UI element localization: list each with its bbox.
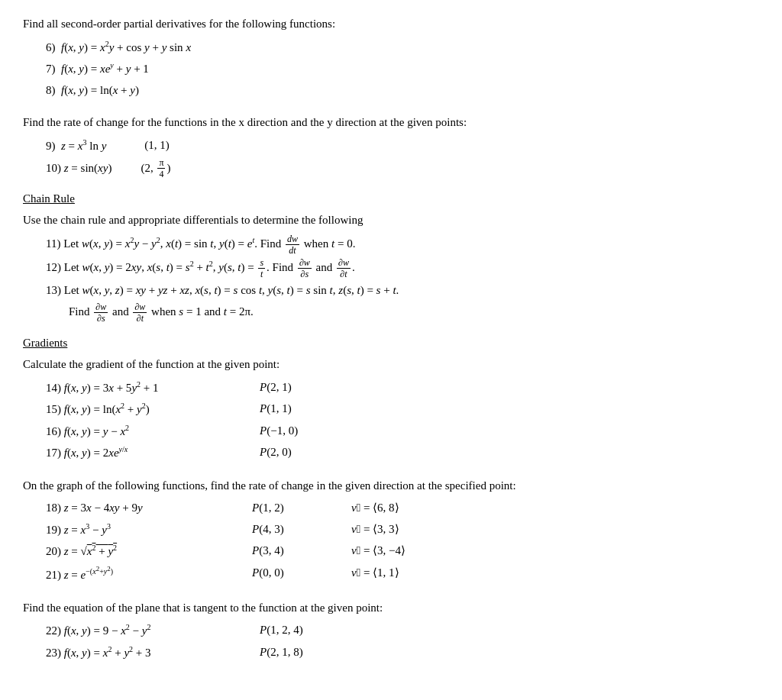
problem-21: 21) z = e−(x2+y2) xyxy=(46,563,252,585)
gradients-title: Gradients xyxy=(23,337,759,350)
problem-22-row: 22) f(x, y) = 9 − x2 − y2 P(1, 2, 4) xyxy=(46,621,759,641)
problem-17: 17) f(x, y) = 2xey/x xyxy=(46,443,260,463)
problem-15-row: 15) f(x, y) = ln(x2 + y2) P(1, 1) xyxy=(46,399,759,420)
problem-18: 18) z = 3x − 4xy + 9y xyxy=(46,498,252,518)
problem-22-point: P(1, 2, 4) xyxy=(260,621,303,641)
problem-18-row: 18) z = 3x − 4xy + 9y P(1, 2) v⃗ = ⟨6, 8… xyxy=(46,498,759,518)
partial-w-t-12: ∂w∂t xyxy=(337,258,351,279)
s-over-t: st xyxy=(258,258,265,279)
problem-17-point: P(2, 0) xyxy=(260,443,292,463)
intro-text-2: Find the rate of change for the function… xyxy=(23,114,759,131)
problem-10-row: 10) z = sin(xy) ⁡(2, π4 ) xyxy=(46,158,759,179)
problem-21-point: P(0, 0) xyxy=(252,563,351,585)
chain-rule-problems: 11) Let w(x, y) = x2y − y2, x(t) = sin t… xyxy=(46,234,759,324)
gradients-intro: Calculate the gradient of the function a… xyxy=(23,356,759,373)
problem-13: 13) Let w(x, y, z) = xy + yz + xz, x(s, … xyxy=(46,281,759,301)
partial-w-t-13: ∂w∂t xyxy=(133,302,147,323)
problem-20-row: 20) z = √x2 + y2 P(3, 4) v⃗ = ⟨3, −4⟩ xyxy=(46,541,759,562)
problem-19: 19) z = x3 − y3 xyxy=(46,520,252,540)
problem-19-vec: v⃗ = ⟨3, 3⟩ xyxy=(351,520,399,540)
section-tangent: Find the equation of the plane that is t… xyxy=(23,599,759,663)
problem-9-row: 9) z = x3 ln y (1, 1) xyxy=(46,136,759,156)
problem-6: 6) f(x, y) = x2y + cos y + y sin x xyxy=(46,37,759,58)
problems-6-8: 6) f(x, y) = x2y + cos y + y sin x 7) f(… xyxy=(46,37,759,101)
problem-14: 14) f(x, y) = 3x + 5y2 + 1 xyxy=(46,378,260,398)
problem-17-row: 17) f(x, y) = 2xey/x P(2, 0) xyxy=(46,443,759,463)
problem-21-vec: v⃗ = ⟨1, 1⟩ xyxy=(351,563,399,585)
gradient-problems: 14) f(x, y) = 3x + 5y2 + 1 P(2, 1) 15) f… xyxy=(46,378,759,463)
problem-9-point: (1, 1) xyxy=(144,136,170,156)
problem-19-row: 19) z = x3 − y3 P(4, 3) v⃗ = ⟨3, 3⟩ xyxy=(46,520,759,540)
problem-16: 16) f(x, y) = y − x2 xyxy=(46,421,260,442)
problem-21-row: 21) z = e−(x2+y2) P(0, 0) v⃗ = ⟨1, 1⟩ xyxy=(46,563,759,585)
tangent-problems: 22) f(x, y) = 9 − x2 − y2 P(1, 2, 4) 23)… xyxy=(46,621,759,663)
problem-23: 23) f(x, y) = x2 + y2 + 3 xyxy=(46,643,260,663)
section-directional: On the graph of the following functions,… xyxy=(23,477,759,585)
problem-23-point: P(2, 1, 8) xyxy=(260,643,303,663)
tangent-intro: Find the equation of the plane that is t… xyxy=(23,599,759,617)
chain-rule-title: Chain Rule xyxy=(23,192,759,205)
problem-10-point: ⁡(2, π4 ) xyxy=(141,158,170,179)
problem-20: 20) z = √x2 + y2 xyxy=(46,541,252,562)
problem-7: 7) f(x, y) = xey + y + 1 xyxy=(46,59,759,79)
directional-problems: 18) z = 3x − 4xy + 9y P(1, 2) v⃗ = ⟨6, 8… xyxy=(46,498,759,585)
section-second-order: Find all second-order partial derivative… xyxy=(23,15,759,100)
problem-8: 8) f(x, y) = ln(x + y) xyxy=(46,81,759,101)
problem-22: 22) f(x, y) = 9 − x2 − y2 xyxy=(46,621,260,641)
problem-15: 15) f(x, y) = ln(x2 + y2) xyxy=(46,399,260,420)
problem-9: 9) z = x3 ln y xyxy=(46,136,106,156)
intro-text-1: Find all second-order partial derivative… xyxy=(23,15,759,33)
directional-intro: On the graph of the following functions,… xyxy=(23,477,759,495)
problem-12: 12) Let w(x, y) = 2xy, x(s, t) = s2 + t2… xyxy=(46,257,759,279)
problem-14-row: 14) f(x, y) = 3x + 5y2 + 1 P(2, 1) xyxy=(46,378,759,398)
problem-13-find: Find ∂w∂s and ∂w∂t when s = 1 and t = 2π… xyxy=(69,302,759,323)
pi-over-4: π4 xyxy=(157,158,165,179)
problem-18-point: P(1, 2) xyxy=(252,498,351,518)
problem-18-vec: v⃗ = ⟨6, 8⟩ xyxy=(351,498,399,518)
problem-16-row: 16) f(x, y) = y − x2 P(−1, 0) xyxy=(46,421,759,442)
problem-14-point: P(2, 1) xyxy=(260,378,292,398)
chain-rule-intro: Use the chain rule and appropriate diffe… xyxy=(23,211,759,229)
problem-20-point: P(3, 4) xyxy=(252,541,351,562)
section-rate-of-change: Find the rate of change for the function… xyxy=(23,114,759,179)
section-chain-rule: Chain Rule Use the chain rule and approp… xyxy=(23,192,759,323)
problem-20-vec: v⃗ = ⟨3, −4⟩ xyxy=(351,541,406,562)
problem-11: 11) Let w(x, y) = x2y − y2, x(t) = sin t… xyxy=(46,234,759,255)
problem-10: 10) z = sin(xy) xyxy=(46,159,111,179)
dw-dt-frac: dwdt xyxy=(286,234,299,255)
partial-w-s-13: ∂w∂s xyxy=(94,302,108,323)
problem-19-point: P(4, 3) xyxy=(252,520,351,540)
problem-23-row: 23) f(x, y) = x2 + y2 + 3 P(2, 1, 8) xyxy=(46,643,759,663)
problem-16-point: P(−1, 0) xyxy=(260,421,298,442)
section-gradients: Gradients Calculate the gradient of the … xyxy=(23,337,759,463)
problem-15-point: P(1, 1) xyxy=(260,399,292,420)
page-content: Find all second-order partial derivative… xyxy=(23,15,759,663)
partial-w-s-12: ∂w∂s xyxy=(298,258,312,279)
problems-9-10: 9) z = x3 ln y (1, 1) 10) z = sin(xy) ⁡(… xyxy=(46,136,759,179)
